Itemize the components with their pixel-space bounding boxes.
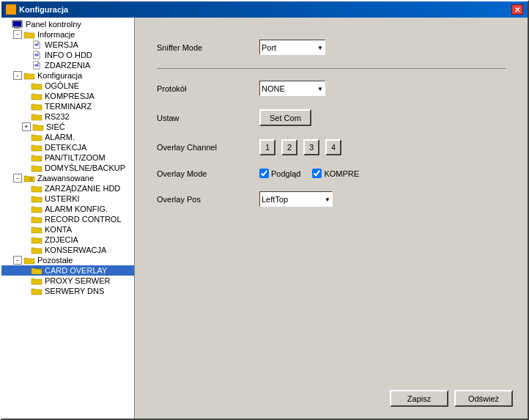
sidebar-item-informacje[interactable]: - Informacje bbox=[1, 29, 134, 40]
folder-icon-zaawansowane bbox=[23, 174, 35, 183]
overlay-pos-select[interactable]: LeftTop RightTop LeftBottom RightBottom bbox=[259, 191, 333, 207]
sidebar-label-konfiguracja: Konfiguracja bbox=[37, 71, 82, 80]
sidebar-item-serwery-dns[interactable]: SERWERY DNS bbox=[1, 286, 134, 296]
sidebar-label-alarm: ALARM. bbox=[45, 133, 75, 141]
sidebar-item-panel-kontrolny[interactable]: Panel kontrolny bbox=[1, 19, 134, 29]
overlay-mode-label: Overlay Mode bbox=[157, 169, 259, 178]
sidebar-item-domyslne[interactable]: DOMYŚLNE/BACKUP bbox=[1, 163, 134, 173]
sidebar-label-pan-tilt: PAN/TILT/ZOOM bbox=[45, 153, 106, 162]
folder-icon-pan-tilt bbox=[31, 153, 42, 162]
sidebar-label-zdarzenia: ZDARZENIA bbox=[45, 61, 90, 70]
sidebar-label-konserwacja: KONSERWACJA bbox=[45, 246, 106, 254]
sidebar-item-usterki[interactable]: USTERKI bbox=[1, 194, 134, 204]
save-button[interactable]: Zapisz bbox=[390, 390, 448, 407]
overlay-channel-row: Overlay Channel 1 2 3 4 bbox=[157, 139, 506, 155]
refresh-button[interactable]: Odśwież bbox=[454, 390, 513, 407]
sidebar-item-proxy-serwer[interactable]: PROXY SERWER bbox=[1, 276, 134, 286]
sidebar-label-proxy-serwer: PROXY SERWER bbox=[45, 276, 110, 285]
sidebar-label-info-hdd: INFO O HDD bbox=[45, 51, 92, 59]
sidebar-item-alarm-konfig[interactable]: ALARM KONFIG. bbox=[1, 204, 134, 214]
sidebar-label-zdjecia: ZDJECIA bbox=[45, 235, 78, 244]
sniffer-mode-row: Sniffer Mode Port None Auto bbox=[157, 40, 506, 55]
sidebar-label-konta: KONTA bbox=[45, 225, 72, 234]
sidebar-item-zdarzenia[interactable]: ZDARZENIA bbox=[1, 60, 134, 70]
sidebar-label-kompresja: KOMPRESJA bbox=[45, 92, 95, 100]
sidebar-item-pan-tilt[interactable]: PAN/TILT/ZOOM bbox=[1, 152, 134, 163]
protokol-select[interactable]: NONE TCP/IP UDP bbox=[259, 81, 325, 96]
sidebar-item-record-control[interactable]: RECORD CONTROL bbox=[1, 214, 134, 224]
folder-icon-terminarz bbox=[31, 102, 42, 111]
tree-toggle-informacje[interactable]: - bbox=[13, 30, 22, 39]
sidebar-item-konfiguracja[interactable]: - Konfiguracja bbox=[1, 70, 134, 81]
channel-btn-1[interactable]: 1 bbox=[259, 139, 275, 155]
sidebar-label-terminarz: TERMINARZ bbox=[45, 102, 92, 111]
folder-icon-konserwacja bbox=[31, 246, 42, 254]
sidebar-label-siec: SIEĆ bbox=[46, 122, 65, 131]
podglad-label: Podgląd bbox=[271, 169, 300, 178]
protokol-row: Protokół NONE TCP/IP UDP bbox=[157, 81, 506, 96]
sniffer-mode-select-wrapper: Port None Auto bbox=[259, 40, 325, 55]
sidebar-item-alarm[interactable]: ALARM. bbox=[1, 132, 134, 142]
sidebar-item-terminarz[interactable]: TERMINARZ bbox=[1, 101, 134, 111]
file-icon-zdarzenia bbox=[31, 61, 42, 70]
tree-toggle-konfiguracja[interactable]: - bbox=[13, 71, 22, 80]
sidebar-label-zarzadzanie-hdd: ZARZĄDZANIE HDD bbox=[45, 184, 120, 193]
svg-rect-3 bbox=[14, 28, 21, 29]
sidebar-item-info-hdd[interactable]: INFO O HDD bbox=[1, 50, 134, 60]
sniffer-mode-select[interactable]: Port None Auto bbox=[259, 40, 325, 55]
sidebar-item-ogolne[interactable]: OGÓLNE bbox=[1, 81, 134, 91]
sidebar-item-wersja[interactable]: WERSJA bbox=[1, 40, 134, 50]
tree-toggle-pozostale[interactable]: - bbox=[13, 256, 22, 265]
sniffer-mode-label: Sniffer Mode bbox=[157, 43, 259, 52]
folder-icon-siec bbox=[32, 122, 44, 131]
folder-icon-zdjecia bbox=[31, 235, 42, 244]
sidebar-item-zaawansowane[interactable]: - Zaawansowane bbox=[1, 173, 134, 183]
divider-1 bbox=[157, 68, 506, 69]
overlay-pos-select-wrapper: LeftTop RightTop LeftBottom RightBottom bbox=[259, 191, 333, 207]
folder-icon-rs232 bbox=[31, 112, 42, 121]
overlay-channel-label: Overlay Channel bbox=[157, 143, 259, 152]
folder-icon-pozostale bbox=[23, 256, 35, 265]
sidebar-item-detekcja[interactable]: DETEKCJA bbox=[1, 142, 134, 152]
ustaw-row: Ustaw Set Com bbox=[157, 109, 506, 126]
sidebar-item-siec[interactable]: + SIEĆ bbox=[1, 122, 134, 132]
sidebar-item-kompresja[interactable]: KOMPRESJA bbox=[1, 91, 134, 101]
folder-icon-zarzadzanie-hdd bbox=[31, 184, 42, 193]
protokol-select-wrapper: NONE TCP/IP UDP bbox=[259, 81, 325, 96]
channel-btn-3[interactable]: 3 bbox=[303, 139, 319, 155]
sidebar-label-pozostale: Pozostałe bbox=[37, 256, 73, 265]
channel-btn-2[interactable]: 2 bbox=[281, 139, 297, 155]
file-icon-info-hdd bbox=[31, 51, 42, 59]
sidebar-label-zaawansowane: Zaawansowane bbox=[37, 174, 94, 183]
folder-icon-konfiguracja bbox=[23, 71, 35, 80]
tree-toggle-siec[interactable]: + bbox=[22, 122, 31, 131]
podglad-checkbox[interactable] bbox=[259, 169, 269, 178]
close-button[interactable]: ✕ bbox=[511, 4, 523, 15]
sidebar-item-rs232[interactable]: RS232 bbox=[1, 111, 134, 122]
window-icon bbox=[6, 4, 16, 15]
kompre-checkbox[interactable] bbox=[312, 169, 322, 178]
channel-btn-4[interactable]: 4 bbox=[325, 139, 341, 155]
sidebar-label-usterki: USTERKI bbox=[45, 194, 80, 203]
sidebar: Panel kontrolny - Informacje bbox=[1, 18, 135, 420]
sniffer-mode-control: Port None Auto bbox=[259, 40, 325, 55]
sidebar-item-pozostale[interactable]: - Pozostałe bbox=[1, 255, 134, 265]
overlay-pos-row: Overlay Pos LeftTop RightTop LeftBottom … bbox=[157, 191, 506, 207]
sidebar-item-card-overlay[interactable]: CARD OVERLAY bbox=[1, 265, 134, 276]
tree-toggle-zaawansowane[interactable]: - bbox=[13, 174, 22, 183]
svg-rect-2 bbox=[15, 27, 19, 28]
folder-icon-konta bbox=[31, 225, 42, 234]
file-icon-wersja bbox=[31, 40, 42, 49]
folder-icon-informacje bbox=[23, 30, 35, 39]
sidebar-item-konta[interactable]: KONTA bbox=[1, 224, 134, 235]
sidebar-label-detekcja: DETEKCJA bbox=[45, 143, 86, 152]
set-com-button[interactable]: Set Com bbox=[259, 109, 311, 126]
sidebar-label-panel-kontrolny: Panel kontrolny bbox=[26, 20, 81, 29]
kompre-checkbox-label: KOMPRE bbox=[312, 169, 359, 178]
sidebar-item-zarzadzanie-hdd[interactable]: ZARZĄDZANIE HDD bbox=[1, 183, 134, 194]
sidebar-item-konserwacja[interactable]: KONSERWACJA bbox=[1, 245, 134, 255]
bottom-buttons: Zapisz Odśwież bbox=[390, 390, 513, 407]
folder-icon-domyslne bbox=[31, 163, 42, 172]
sidebar-item-zdjecia[interactable]: ZDJECIA bbox=[1, 235, 134, 245]
svg-rect-1 bbox=[13, 21, 21, 26]
